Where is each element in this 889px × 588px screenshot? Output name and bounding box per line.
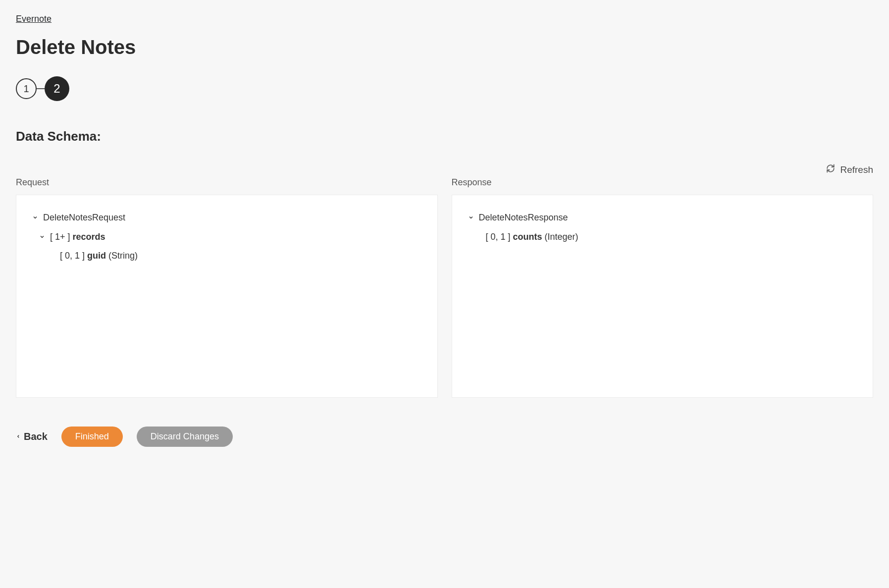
breadcrumb-evernote[interactable]: Evernote (16, 14, 52, 24)
chevron-down-icon[interactable] (467, 214, 475, 220)
refresh-icon (826, 164, 835, 175)
request-records-text: [ 1+ ] records (50, 229, 105, 245)
step-1[interactable]: 1 (16, 78, 37, 99)
response-panel: DeleteNotesResponse [ 0, 1 ] counts (Int… (452, 195, 874, 398)
request-root-row[interactable]: DeleteNotesRequest (31, 208, 422, 227)
chevron-left-icon (16, 431, 21, 442)
step-connector (37, 88, 45, 89)
stepper: 1 2 (16, 76, 873, 101)
request-panel: DeleteNotesRequest [ 1+ ] records [ 0, 1… (16, 195, 438, 398)
section-title: Data Schema: (16, 129, 873, 144)
response-counts-row[interactable]: [ 0, 1 ] counts (Integer) (467, 227, 858, 247)
request-guid-row[interactable]: [ 0, 1 ] guid (String) (31, 246, 422, 266)
request-guid-text: [ 0, 1 ] guid (String) (60, 248, 138, 264)
request-label: Request (16, 177, 438, 188)
step-2[interactable]: 2 (45, 76, 69, 101)
response-counts-text: [ 0, 1 ] counts (Integer) (486, 229, 578, 245)
discard-changes-button[interactable]: Discard Changes (137, 427, 233, 447)
response-root-row[interactable]: DeleteNotesResponse (467, 208, 858, 227)
refresh-button[interactable]: Refresh (826, 164, 873, 175)
request-records-row[interactable]: [ 1+ ] records (31, 227, 422, 247)
response-label: Response (452, 177, 874, 188)
page-title: Delete Notes (16, 36, 873, 58)
back-button[interactable]: Back (16, 431, 48, 442)
chevron-down-icon[interactable] (31, 214, 39, 220)
request-root-name: DeleteNotesRequest (43, 210, 125, 225)
finished-button[interactable]: Finished (61, 427, 123, 447)
response-root-name: DeleteNotesResponse (479, 210, 568, 225)
chevron-down-icon[interactable] (38, 234, 46, 240)
back-label: Back (24, 431, 48, 442)
refresh-label: Refresh (840, 164, 873, 175)
